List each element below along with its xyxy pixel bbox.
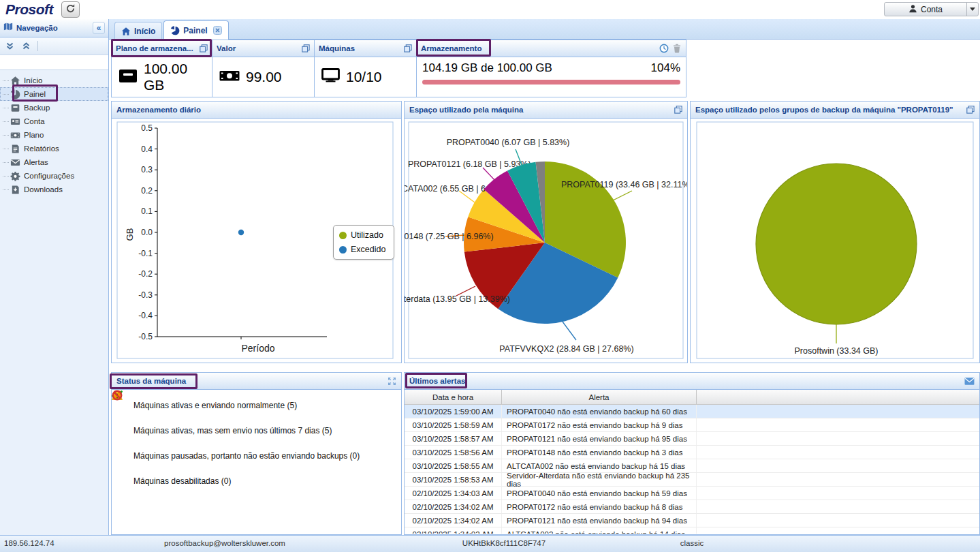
home-icon (121, 27, 131, 36)
popup-icon[interactable] (404, 44, 412, 52)
sidebar-item-label: Plano (24, 131, 44, 139)
map-icon (3, 22, 13, 34)
sidebar-item-painel[interactable]: Painel (0, 87, 108, 101)
machine-status-item: Máquinas ativas, mas sem envio nos últim… (112, 418, 401, 443)
machine-status-label: Máquinas ativas, mas sem envio nos últim… (133, 426, 332, 435)
alert-date: 03/10/2025 1:58:59 AM (405, 418, 502, 431)
banknote-icon (219, 69, 240, 86)
card-title: Armazenamento (421, 44, 656, 52)
svg-text:PROPAT0119 (33.46 GB | 32.11%): PROPAT0119 (33.46 GB | 32.11%) (561, 180, 687, 189)
column-header-date[interactable]: Data e hora (405, 390, 502, 404)
machine-status-item: Máquinas pausadas, portanto não estão en… (112, 443, 401, 468)
alert-row[interactable]: 02/10/2025 1:34:02 AM ALTCATA002 não est… (405, 527, 979, 534)
sidebar-item-downloads[interactable]: Downloads (0, 183, 108, 196)
group-pie-plot: Prosoftwin (33.34 GB) (691, 119, 979, 362)
envelope-icon (10, 157, 20, 168)
pause-icon (116, 450, 127, 461)
panel-title: Espaço utilizado pelos grupos de backup … (695, 106, 962, 114)
pie-icon (170, 26, 180, 35)
alert-message: PROPAT0172 não está enviando backup há 9… (502, 418, 697, 431)
pie-plot: PROPAT0119 (33.46 GB | 32.11%)PATFVVKQX2… (405, 119, 687, 362)
svg-text:0.4: 0.4 (141, 144, 153, 154)
alert-row[interactable]: 03/10/2025 1:58:56 AM PROPAT0148 não est… (405, 446, 979, 459)
alert-row[interactable]: 03/10/2025 1:58:57 AM PROPAT0121 não est… (405, 432, 979, 446)
alerts-table-header: Data e hora Alerta (405, 390, 979, 405)
maquinas-value: 10/10 (346, 69, 382, 85)
svg-text:-0.3: -0.3 (138, 290, 153, 300)
sidebar-item-plano[interactable]: Plano (0, 128, 108, 142)
app-window: Prosoft Conta Navegação « (0, 0, 980, 552)
alert-date: 03/10/2025 1:58:57 AM (405, 432, 502, 445)
mail-icon[interactable] (964, 377, 975, 386)
collapse-all-button[interactable] (19, 40, 33, 53)
svg-text:PATFVVKQX2 (28.84 GB | 27.68%): PATFVVKQX2 (28.84 GB | 27.68%) (499, 344, 633, 354)
check-icon (116, 400, 127, 411)
card-valor: Valor 99.00 (212, 40, 315, 97)
clock-icon[interactable] (659, 44, 669, 53)
svg-text:-0.5: -0.5 (138, 332, 153, 341)
alert-date: 02/10/2025 1:34:02 AM (405, 527, 502, 534)
legend-swatch (339, 246, 347, 254)
popup-icon[interactable] (302, 44, 310, 52)
panel-title: Últimos alertas (409, 377, 960, 385)
sidebar-item-conta[interactable]: Conta (0, 114, 108, 128)
statusbar-email: prosoftbackup@wolterskluwer.com (164, 539, 285, 547)
navigation-tree: InícioPainelBackupContaPlanoRelatóriosAl… (0, 74, 108, 196)
popup-icon[interactable] (200, 44, 208, 52)
card-armazenamento-header: Armazenamento (417, 40, 686, 57)
svg-text:-0.2: -0.2 (138, 269, 153, 279)
tab-inicio[interactable]: Início (114, 22, 162, 40)
account-dropdown-arrow[interactable] (966, 3, 978, 16)
archive-icon (10, 102, 20, 113)
alert-row[interactable]: 03/10/2025 1:59:00 AM PROPAT0040 não est… (405, 405, 979, 418)
sidebar-item-configuracoes[interactable]: Configurações (0, 169, 108, 183)
alert-message: PROPAT0040 não está enviando backup há 6… (502, 405, 697, 418)
legend-label: Excedido (351, 245, 385, 254)
home-icon (10, 75, 20, 86)
popup-icon[interactable] (674, 106, 682, 114)
alert-date: 03/10/2025 1:58:56 AM (405, 446, 502, 459)
refresh-button[interactable] (61, 1, 80, 18)
alert-date: 02/10/2025 1:34:03 AM (405, 487, 502, 500)
tab-painel[interactable]: Painel (163, 20, 228, 40)
storage-plan-value: 100.00 GB (144, 61, 212, 93)
sidebar-item-alertas[interactable]: Alertas (0, 155, 108, 169)
legend-item: Excedido (339, 245, 388, 254)
alert-row[interactable]: 02/10/2025 1:34:02 AM PROPAT0172 não est… (405, 500, 979, 514)
svg-text:-0.4: -0.4 (138, 311, 153, 320)
popup-icon[interactable] (966, 106, 975, 114)
alert-row[interactable]: 03/10/2025 1:58:53 AM Servidor-Alterdata… (405, 473, 979, 487)
top-bar: Prosoft Conta (0, 0, 980, 19)
sidebar-item-backup[interactable]: Backup (0, 101, 108, 114)
sidebar-item-label: Backup (24, 104, 50, 112)
svg-text:0.1: 0.1 (141, 206, 153, 216)
sidebar-search-input[interactable] (0, 56, 110, 70)
machine-status-item: Máquinas ativas e enviando normalmente (… (112, 393, 401, 418)
sidebar-item-inicio[interactable]: Início (0, 74, 108, 87)
alert-message: PROPAT0040 não está enviando backup há 5… (502, 487, 697, 500)
toolbar-separator (37, 41, 38, 51)
pie-icon (10, 89, 20, 99)
alert-message: PROPAT0121 não está enviando backup há 9… (502, 432, 697, 445)
status-bar: 189.56.124.74 prosoftbackup@wolterskluwe… (0, 535, 980, 552)
alert-row[interactable]: 02/10/2025 1:34:02 AM PROPAT0121 não est… (405, 514, 979, 527)
close-tab-icon[interactable] (213, 26, 222, 35)
valor-value: 99.00 (246, 69, 282, 85)
panel-title: Status da máquina (116, 377, 383, 385)
person-icon (908, 4, 917, 15)
machine-status-item: Máquinas desabilitadas (0) (112, 468, 401, 493)
collapse-sidebar-button[interactable]: « (93, 22, 105, 34)
panel-last-alerts-header: Últimos alertas (405, 373, 979, 390)
alert-row[interactable]: 03/10/2025 1:58:59 AM PROPAT0172 não est… (405, 418, 979, 432)
trash-icon[interactable] (672, 44, 682, 53)
card-armazenamento: Armazenamento 104.19 GB de 100.00 GB 104… (417, 40, 686, 97)
account-button[interactable]: Conta (884, 2, 979, 16)
legend-label: Utilizado (351, 230, 383, 240)
card-maquinas-header: Máquinas (315, 40, 416, 57)
alert-row[interactable]: 02/10/2025 1:34:03 AM PROPAT0040 não est… (405, 487, 979, 500)
maximize-icon[interactable] (388, 377, 396, 386)
column-header-alert[interactable]: Alerta (502, 390, 697, 404)
sidebar-item-relatorios[interactable]: Relatórios (0, 142, 108, 155)
expand-all-button[interactable] (3, 40, 17, 53)
alert-date: 03/10/2025 1:58:53 AM (405, 473, 502, 486)
